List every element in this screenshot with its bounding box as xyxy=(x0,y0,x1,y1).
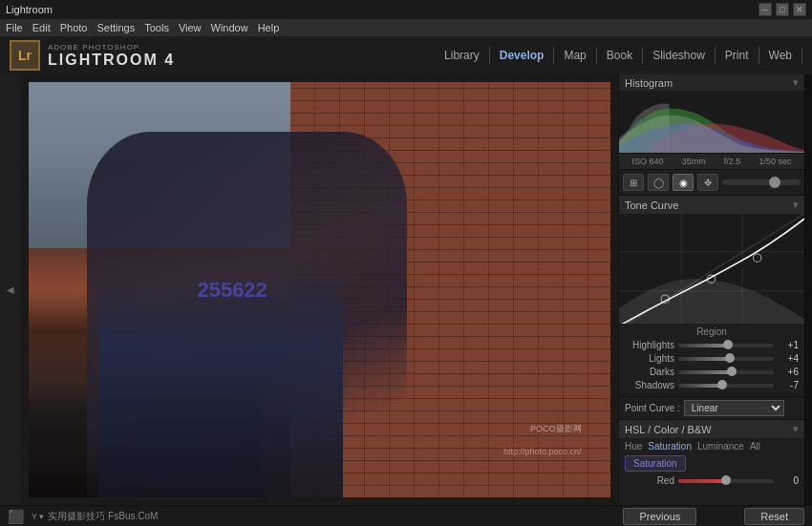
lr-subtitle: ADOBE PHOTOSHOP xyxy=(48,43,175,52)
shadows-track[interactable] xyxy=(678,384,774,388)
histogram-canvas xyxy=(619,91,804,153)
tab-slideshow[interactable]: Slideshow xyxy=(643,47,716,64)
menu-file[interactable]: File xyxy=(6,22,23,33)
menu-settings[interactable]: Settings xyxy=(96,22,135,33)
watermark-site: POCO摄影网 xyxy=(530,423,582,435)
tab-web[interactable]: Web xyxy=(759,47,802,64)
darks-label: Darks xyxy=(625,367,674,377)
maximize-button[interactable]: □ xyxy=(776,3,789,16)
content-area: ◀ 255622 POCO摄影网 http://photo.poco.cn/ xyxy=(0,74,812,505)
menu-view[interactable]: View xyxy=(179,22,202,33)
darks-track[interactable] xyxy=(678,370,774,374)
lr-title-main: LIGHTROOM 4 xyxy=(48,52,175,69)
tone-curve-collapse[interactable]: ▾ xyxy=(793,199,799,211)
reset-button[interactable]: Reset xyxy=(744,508,804,525)
point-curve-row: Point Curve : Linear Medium Contrast Str… xyxy=(619,396,804,419)
hsl-body: Hue Saturation Luminance All Saturation … xyxy=(619,438,804,492)
lights-value: +4 xyxy=(778,353,799,364)
camera-aperture: f/2.5 xyxy=(724,157,741,166)
red-track[interactable] xyxy=(678,479,774,483)
hsl-tab-saturation[interactable]: Saturation xyxy=(648,441,692,452)
histogram-header: Histogram ▾ xyxy=(619,74,804,91)
title-bar: Lightroom ─ □ ✕ xyxy=(0,0,812,19)
histogram-section: Histogram ▾ xyxy=(619,74,804,169)
highlights-label: Highlights xyxy=(625,340,674,350)
top-nav: Lr ADOBE PHOTOSHOP LIGHTROOM 4 Library D… xyxy=(0,36,812,74)
tab-map[interactable]: Map xyxy=(554,47,596,64)
nav-tabs: Library Develop Map Book Slideshow Print… xyxy=(435,47,802,64)
spot-tool[interactable]: ◯ xyxy=(648,174,669,191)
tab-print[interactable]: Print xyxy=(716,47,759,64)
red-fill xyxy=(678,479,726,483)
hsl-collapse[interactable]: ▾ xyxy=(793,423,799,435)
photo-viewer[interactable]: 255622 POCO摄影网 http://photo.poco.cn/ xyxy=(29,82,610,497)
xy-label: Y ▾ xyxy=(32,512,44,521)
tone-curve-title: Tone Curve xyxy=(625,200,678,211)
tab-develop[interactable]: Develop xyxy=(490,47,555,64)
red-thumb xyxy=(721,475,731,485)
menu-edit[interactable]: Edit xyxy=(32,22,51,33)
right-scrollbar[interactable] xyxy=(804,74,812,505)
point-curve-select[interactable]: Linear Medium Contrast Strong Contrast xyxy=(684,400,784,416)
shadows-thumb xyxy=(717,380,727,389)
camera-focal: 35mm xyxy=(682,157,706,166)
lights-row: Lights +4 xyxy=(625,353,799,364)
red-value: 0 xyxy=(778,475,799,486)
menu-help[interactable]: Help xyxy=(258,22,280,33)
darks-value: +6 xyxy=(778,367,799,377)
footer-watermark: 实用摄影技巧 FsBus.CoM xyxy=(48,510,623,523)
hsl-section: HSL / Color / B&W ▾ Hue Saturation Lumin… xyxy=(619,419,804,492)
shadows-row: Shadows -7 xyxy=(625,380,799,390)
crop-tool[interactable]: ⊞ xyxy=(623,174,644,191)
highlights-track[interactable] xyxy=(678,344,774,347)
app-title: Lightroom xyxy=(6,4,53,15)
tab-book[interactable]: Book xyxy=(597,47,643,64)
jacket-shape xyxy=(98,269,343,497)
menu-window[interactable]: Window xyxy=(211,22,248,33)
exposure-thumb xyxy=(769,177,780,188)
photo-area: 255622 POCO摄影网 http://photo.poco.cn/ xyxy=(21,74,618,505)
exposure-slider[interactable] xyxy=(722,179,801,185)
shadows-fill xyxy=(678,384,722,388)
hsl-tab-luminance[interactable]: Luminance xyxy=(697,441,744,452)
darks-row: Darks +6 xyxy=(625,367,799,377)
region-section: Region Highlights +1 Lights xyxy=(619,324,804,396)
app-window: Lightroom ─ □ ✕ File Edit Photo Settings… xyxy=(0,0,812,526)
hsl-tab-hue[interactable]: Hue xyxy=(625,441,642,452)
hsl-tab-all[interactable]: All xyxy=(750,441,760,452)
darks-fill xyxy=(678,370,732,374)
menu-tools[interactable]: Tools xyxy=(144,22,169,33)
watermark-url: http://photo.poco.cn/ xyxy=(503,447,582,456)
point-curve-label: Point Curve : xyxy=(625,403,680,413)
saturation-button[interactable]: Saturation xyxy=(625,455,686,472)
histogram-title: Histogram xyxy=(625,77,673,89)
highlights-value: +1 xyxy=(778,340,799,350)
redeye-tool[interactable]: ◉ xyxy=(673,174,694,191)
lr-title: ADOBE PHOTOSHOP LIGHTROOM 4 xyxy=(48,43,175,69)
hsl-header: HSL / Color / B&W ▾ xyxy=(619,420,804,438)
lights-thumb xyxy=(725,353,735,363)
tone-curve-section: Tone Curve ▾ xyxy=(619,195,804,419)
right-panel: Histogram ▾ xyxy=(618,74,804,505)
lights-fill xyxy=(678,357,730,361)
histogram-collapse[interactable]: ▾ xyxy=(793,76,799,89)
watermark-number: 255622 xyxy=(197,278,267,303)
minimize-button[interactable]: ─ xyxy=(759,3,772,16)
tab-library[interactable]: Library xyxy=(435,47,490,64)
menu-photo[interactable]: Photo xyxy=(60,22,88,33)
tone-curve-canvas[interactable] xyxy=(619,214,804,324)
camera-shutter: 1/50 sec xyxy=(759,157,791,166)
left-panel: ◀ xyxy=(0,74,21,505)
tone-curve-chart xyxy=(619,214,804,324)
close-button[interactable]: ✕ xyxy=(793,3,806,16)
tool-row: ⊞ ◯ ◉ ✥ xyxy=(619,169,804,195)
lights-track[interactable] xyxy=(678,357,774,361)
svg-point-7 xyxy=(754,254,761,262)
darks-thumb xyxy=(727,367,737,376)
gradient-tool[interactable]: ✥ xyxy=(697,174,718,191)
left-panel-toggle[interactable]: ◀ xyxy=(7,284,14,295)
red-label: Red xyxy=(625,475,674,486)
camera-iso: ISO 640 xyxy=(632,157,664,166)
lights-label: Lights xyxy=(625,353,674,364)
previous-button[interactable]: Previous xyxy=(623,508,696,525)
